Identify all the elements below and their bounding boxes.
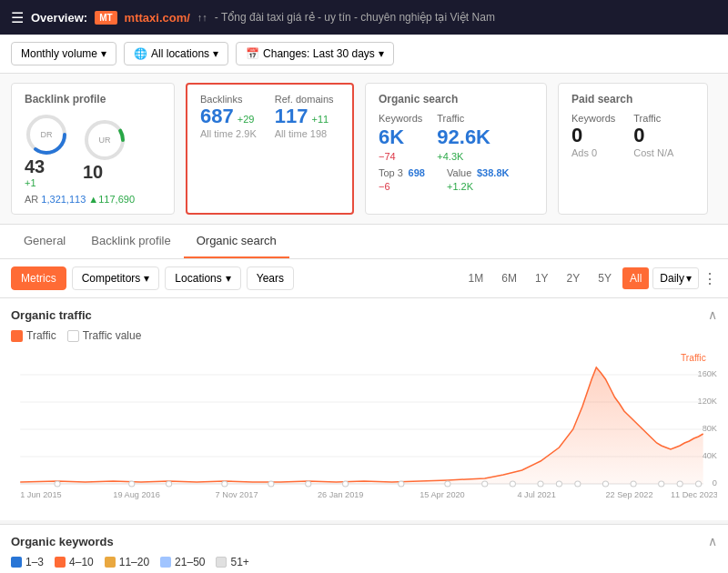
nav-domain: mttaxi.com/ bbox=[125, 11, 190, 25]
svg-point-19 bbox=[268, 481, 274, 487]
top3-value: 698 bbox=[409, 167, 425, 178]
traffic-value-toggle-label: Traffic value bbox=[83, 329, 142, 342]
time-2y[interactable]: 2Y bbox=[560, 267, 588, 289]
svg-text:19 Aug 2016: 19 Aug 2016 bbox=[113, 490, 160, 499]
ar-value[interactable]: 1,321,113 bbox=[41, 194, 86, 205]
kw-range-1-3[interactable]: 1–3 bbox=[11, 556, 44, 568]
org-traffic-value: 92.6K bbox=[437, 126, 490, 149]
svg-point-26 bbox=[538, 481, 543, 487]
traffic-toggle[interactable]: Traffic bbox=[11, 329, 56, 342]
chart-section: Organic traffic ∧ Traffic Traffic value … bbox=[0, 298, 728, 520]
traffic-value-toggle[interactable]: Traffic value bbox=[67, 329, 142, 342]
changes-filter[interactable]: 📅 Changes: Last 30 days ▾ bbox=[236, 42, 394, 65]
collapse-icon[interactable]: ∧ bbox=[708, 307, 717, 322]
time-all[interactable]: All bbox=[622, 267, 649, 289]
filter-bar: Monthly volume ▾ 🌐 All locations ▾ 📅 Cha… bbox=[0, 35, 728, 74]
locations-filter[interactable]: 🌐 All locations ▾ bbox=[124, 42, 228, 65]
organic-keywords-section: Organic keywords ∧ 1–3 4–10 11–20 21–50 … bbox=[0, 524, 728, 573]
svg-point-21 bbox=[343, 481, 349, 487]
ur-label: UR bbox=[99, 136, 111, 145]
kw-11-20-icon bbox=[105, 557, 116, 568]
volume-filter[interactable]: Monthly volume ▾ bbox=[11, 42, 116, 65]
tab-organic-search[interactable]: Organic search bbox=[184, 225, 289, 258]
competitors-button[interactable]: Competitors ▾ bbox=[72, 266, 160, 290]
org-traffic: Traffic 92.6K +4.3K bbox=[437, 113, 490, 162]
org-keywords-label: Keywords bbox=[379, 113, 422, 124]
years-button[interactable]: Years bbox=[247, 266, 294, 290]
org-keywords-value: 6K bbox=[379, 126, 422, 149]
dr-label: DR bbox=[41, 130, 53, 139]
metrics-toolbar: Metrics Competitors ▾ Locations ▾ Years … bbox=[0, 259, 728, 298]
daily-label: Daily bbox=[660, 272, 684, 285]
backlinks-alltime: All time 2.9K bbox=[200, 128, 257, 139]
traffic-value-checkbox[interactable] bbox=[67, 330, 79, 342]
svg-point-30 bbox=[631, 481, 636, 487]
kw-toggles: 1–3 4–10 11–20 21–50 51+ bbox=[11, 556, 717, 568]
keywords-collapse-icon[interactable]: ∧ bbox=[708, 534, 717, 548]
backlinks-inner: Backlinks 687 +29 All time 2.9K Ref. dom… bbox=[200, 94, 339, 139]
kw-4-10-label: 4–10 bbox=[69, 556, 94, 568]
svg-text:Traffic: Traffic bbox=[681, 353, 706, 363]
org-keywords: Keywords 6K −74 bbox=[379, 113, 422, 162]
metrics-label: Metrics bbox=[21, 272, 56, 285]
paid-traffic-label: Traffic bbox=[633, 113, 673, 124]
paid-inner: Keywords 0 Ads 0 Traffic 0 Cost N/A bbox=[571, 113, 694, 158]
chart-container: Traffic 160K 120K 80K 40K 0 bbox=[11, 347, 717, 511]
backlinks-value: 687 bbox=[200, 105, 234, 128]
menu-icon[interactable]: ☰ bbox=[11, 9, 24, 26]
kw-range-21-50[interactable]: 21–50 bbox=[160, 556, 205, 568]
svg-point-17 bbox=[167, 481, 172, 487]
locations-button[interactable]: Locations ▾ bbox=[165, 266, 240, 290]
time-6m[interactable]: 6M bbox=[494, 267, 524, 289]
tab-general[interactable]: General bbox=[11, 225, 78, 258]
kw-range-4-10[interactable]: 4–10 bbox=[55, 556, 94, 568]
svg-point-28 bbox=[575, 481, 581, 487]
chart-area bbox=[20, 367, 703, 484]
svg-text:15 Apr 2020: 15 Apr 2020 bbox=[420, 490, 464, 499]
time-1m[interactable]: 1M bbox=[461, 267, 491, 289]
org-traffic-change: +4.3K bbox=[437, 151, 490, 162]
kw-range-11-20[interactable]: 11–20 bbox=[105, 556, 149, 568]
competitors-label: Competitors bbox=[82, 272, 141, 285]
nav-icons: ↑↑ bbox=[197, 12, 207, 23]
svg-point-32 bbox=[677, 481, 682, 487]
organic-keywords-title: Organic keywords bbox=[11, 535, 114, 548]
backlinks-label: Backlinks bbox=[200, 94, 257, 105]
time-1y[interactable]: 1Y bbox=[528, 267, 556, 289]
paid-keywords-label: Keywords bbox=[571, 113, 615, 124]
time-5y[interactable]: 5Y bbox=[591, 267, 619, 289]
tab-backlink-profile[interactable]: Backlink profile bbox=[78, 225, 183, 258]
svg-point-20 bbox=[306, 481, 311, 487]
paid-cost-row: Cost N/A bbox=[633, 147, 673, 158]
svg-point-25 bbox=[510, 481, 515, 487]
backlink-metrics: DR 43 +1 UR 10 bbox=[25, 113, 161, 188]
paid-traffic-value: 0 bbox=[633, 124, 673, 147]
metrics-button[interactable]: Metrics bbox=[11, 266, 66, 290]
svg-text:80K: 80K bbox=[703, 424, 717, 433]
organic-search-title: Organic search bbox=[379, 93, 533, 106]
ur-value: 10 bbox=[83, 162, 126, 183]
stats-section: Backlink profile DR 43 +1 bbox=[0, 74, 728, 225]
refdomains-alltime: All time 198 bbox=[275, 128, 334, 139]
kw-11-20-label: 11–20 bbox=[119, 556, 149, 568]
svg-text:7 Nov 2017: 7 Nov 2017 bbox=[216, 490, 258, 499]
more-options-icon[interactable]: ⋮ bbox=[703, 270, 717, 287]
dr-value: 43 bbox=[25, 156, 68, 177]
volume-dropdown-icon: ▾ bbox=[101, 47, 106, 60]
refdomains-label: Ref. domains bbox=[275, 94, 334, 105]
paid-search-title: Paid search bbox=[571, 93, 694, 106]
svg-text:26 Jan 2019: 26 Jan 2019 bbox=[318, 490, 364, 499]
traffic-toggle-label: Traffic bbox=[26, 329, 56, 342]
svg-text:4 Jul 2021: 4 Jul 2021 bbox=[517, 490, 555, 499]
svg-text:40K: 40K bbox=[703, 451, 717, 460]
dr-change: +1 bbox=[25, 177, 68, 188]
daily-button[interactable]: Daily ▾ bbox=[652, 267, 699, 289]
ar-label: AR bbox=[25, 194, 38, 205]
svg-text:1 Jun 2015: 1 Jun 2015 bbox=[20, 490, 61, 499]
kw-range-51-plus[interactable]: 51+ bbox=[216, 556, 248, 568]
org-traffic-label: Traffic bbox=[437, 113, 490, 124]
traffic-checkbox[interactable] bbox=[11, 330, 23, 342]
svg-text:160K: 160K bbox=[698, 369, 717, 378]
org-keywords-change: −74 bbox=[379, 151, 422, 162]
changes-dropdown-icon: ▾ bbox=[379, 47, 384, 60]
